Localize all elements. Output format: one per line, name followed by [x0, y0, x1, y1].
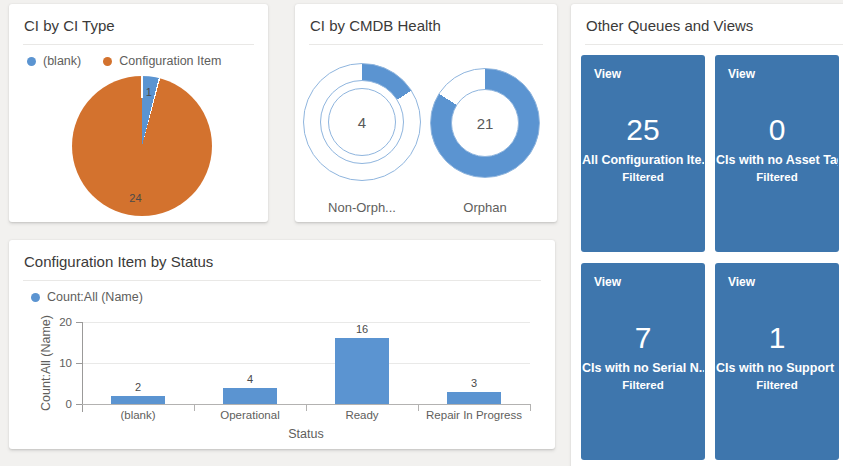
x-axis-title: Status	[288, 427, 323, 441]
y-axis-line	[82, 322, 83, 412]
x-axis-tick	[194, 404, 195, 411]
tile-count: 7	[635, 323, 652, 353]
tile-label: All Configuration Ite...	[582, 153, 704, 167]
donut-chart-orphan[interactable]: 21	[430, 68, 540, 178]
y-axis-tick	[76, 322, 82, 323]
x-category-label: Operational	[220, 409, 279, 421]
bar-data-label: 2	[135, 381, 141, 393]
x-axis-tick	[306, 404, 307, 411]
card-title-ci-by-ci-type: CI by CI Type	[9, 4, 268, 35]
gridline	[82, 363, 530, 364]
pie-chart-ci-type[interactable]: 124	[72, 76, 212, 216]
x-axis-tick	[418, 404, 419, 411]
divider	[23, 44, 254, 45]
bar-data-label: 3	[471, 377, 477, 389]
y-axis-title: Count:All (Name)	[39, 315, 53, 411]
pie-data-label: 24	[129, 192, 141, 204]
legend-label: Configuration Item	[119, 54, 221, 68]
tile-filtered-label: Filtered	[622, 379, 664, 391]
card-title-ci-by-cmdb-health: CI by CMDB Health	[295, 4, 557, 35]
y-axis-tick	[76, 363, 82, 364]
divider	[585, 44, 843, 45]
gridline	[82, 322, 530, 323]
donut-value: 21	[477, 115, 494, 132]
x-category-label: (blank)	[120, 409, 155, 421]
bar-data-label: 16	[356, 323, 368, 335]
tile-label: CIs with no Serial N...	[582, 361, 704, 375]
legend-item-configuration-item: Configuration Item	[103, 54, 221, 68]
pie-legend: (blank) Configuration Item	[27, 54, 221, 68]
tile-filtered-label: Filtered	[756, 171, 798, 183]
bar-ready[interactable]	[335, 338, 389, 404]
pie-data-label: 1	[146, 86, 152, 98]
card-ci-by-ci-type: CI by CI Type (blank) Configuration Item…	[9, 4, 268, 222]
view-link[interactable]: View	[728, 275, 755, 289]
divider	[309, 44, 543, 45]
queue-tile-cis-no-serial-number[interactable]: View 7 CIs with no Serial N... Filtered	[581, 263, 705, 460]
queue-tile-all-configuration-items[interactable]: View 25 All Configuration Ite... Filtere…	[581, 55, 705, 252]
card-title-other-queues: Other Queues and Views	[571, 4, 843, 35]
tile-filtered-label: Filtered	[756, 379, 798, 391]
donut-label-non-orphan: Non-Orph...	[303, 200, 421, 215]
donut-chart-non-orphan[interactable]: 4	[303, 63, 421, 181]
queue-tile-cis-no-asset-tag[interactable]: View 0 CIs with no Asset Tag Filtered	[715, 55, 839, 252]
x-category-label: Ready	[345, 409, 378, 421]
bar-operational[interactable]	[223, 388, 277, 404]
tile-label: CIs with no Support ...	[716, 361, 838, 375]
tile-count: 1	[769, 323, 786, 353]
view-link[interactable]: View	[594, 67, 621, 81]
donut-label-orphan: Orphan	[425, 200, 545, 215]
bar-chart-ci-by-status: 010202(blank)4Operational16Ready3Repair …	[9, 240, 555, 449]
queue-tile-cis-no-support[interactable]: View 1 CIs with no Support ... Filtered	[715, 263, 839, 460]
card-configuration-item-by-status: Configuration Item by Status Count:All (…	[9, 240, 555, 449]
legend-dot-icon	[27, 57, 36, 66]
dashboard-page: { "cards": { "queues": { "title": "Other…	[0, 0, 843, 466]
bar-data-label: 4	[247, 373, 253, 385]
tile-count: 0	[769, 115, 786, 145]
card-ci-by-cmdb-health: CI by CMDB Health 4 21 Non-Orph... Orpha…	[295, 4, 557, 222]
view-link[interactable]: View	[728, 67, 755, 81]
x-axis-tick	[530, 404, 531, 411]
legend-dot-icon	[103, 57, 112, 66]
card-other-queues-and-views: Other Queues and Views View 25 All Confi…	[571, 4, 843, 466]
view-link[interactable]: View	[594, 275, 621, 289]
tile-count: 25	[626, 115, 659, 145]
bar--blank-[interactable]	[111, 396, 165, 404]
legend-item-blank: (blank)	[27, 54, 81, 68]
legend-label: (blank)	[43, 54, 81, 68]
bar-repair-in-progress[interactable]	[447, 392, 501, 404]
tile-label: CIs with no Asset Tag	[716, 153, 838, 167]
queue-tile-grid: View 25 All Configuration Ite... Filtere…	[581, 55, 839, 460]
tile-filtered-label: Filtered	[622, 171, 664, 183]
donut-value: 4	[358, 114, 366, 131]
x-category-label: Repair In Progress	[426, 409, 522, 421]
